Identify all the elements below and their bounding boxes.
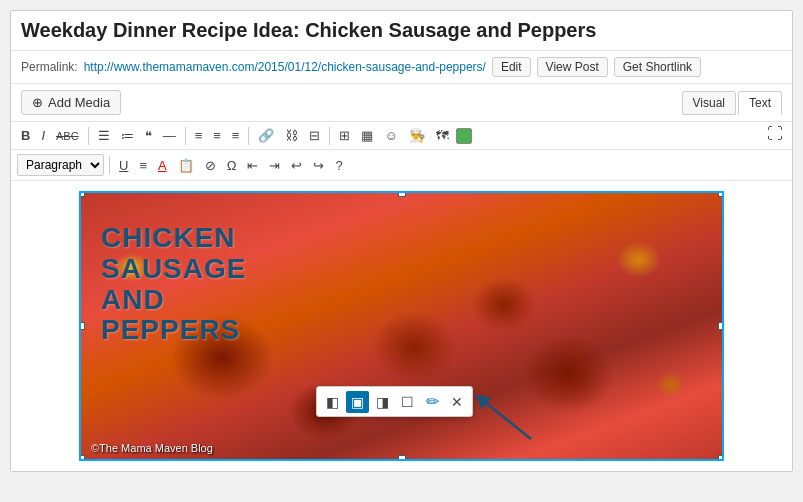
img-align-center-button[interactable]: ▣ — [346, 391, 369, 413]
indent-button[interactable]: ⇥ — [265, 156, 284, 175]
get-shortlink-button[interactable]: Get Shortlink — [614, 57, 701, 77]
tab-visual[interactable]: Visual — [682, 91, 736, 115]
outdent-button[interactable]: ⇤ — [243, 156, 262, 175]
bold-button[interactable]: B — [17, 126, 34, 145]
img-align-right-button[interactable]: ◨ — [371, 391, 394, 413]
resize-handle-bottomleft[interactable] — [79, 455, 85, 461]
unlink-button[interactable]: ⛓ — [281, 126, 302, 145]
format-select[interactable]: Paragraph — [17, 154, 104, 176]
link-button[interactable]: 🔗 — [254, 126, 278, 145]
align-center-button[interactable]: ≡ — [209, 126, 225, 145]
align-left-button[interactable]: ≡ — [191, 126, 207, 145]
resize-handle-topleft[interactable] — [79, 191, 85, 197]
table-button[interactable]: ⊞ — [335, 126, 354, 145]
img-align-left-button[interactable]: ◧ — [321, 391, 344, 413]
view-post-button[interactable]: View Post — [537, 57, 608, 77]
blockquote-button[interactable]: ❝ — [141, 126, 156, 145]
justify-button[interactable]: ≡ — [135, 156, 151, 175]
selected-image[interactable]: CHICKEN SAUSAGE AND PEPPERS ©The Mama Ma… — [79, 191, 724, 461]
add-media-icon: ⊕ — [32, 95, 43, 110]
toolbar-separator-5 — [109, 156, 110, 174]
image-text-overlay: CHICKEN SAUSAGE AND PEPPERS — [101, 223, 246, 346]
img-remove-button[interactable]: ✕ — [446, 391, 468, 413]
copyright-text: ©The Mama Maven Blog — [91, 442, 213, 454]
tab-text[interactable]: Text — [738, 91, 782, 115]
toolbar-separator-1 — [88, 127, 89, 145]
toolbar-row-2: Paragraph U ≡ A 📋 ⊘ Ω ⇤ ⇥ ↩ ↪ ? — [11, 150, 792, 181]
strikethrough-button[interactable]: ABC — [52, 128, 83, 144]
content-area[interactable]: CHICKEN SAUSAGE AND PEPPERS ©The Mama Ma… — [11, 181, 792, 471]
emoji-button[interactable]: ☺ — [380, 126, 401, 145]
ordered-list-button[interactable]: ≔ — [117, 126, 138, 145]
underline-button[interactable]: U — [115, 156, 132, 175]
editor-tabs: Visual Text — [682, 91, 782, 115]
paste-text-button[interactable]: 📋 — [174, 156, 198, 175]
special-char-button[interactable]: Ω — [223, 156, 241, 175]
insert-more-button[interactable]: ⊟ — [305, 126, 324, 145]
add-media-button[interactable]: ⊕ Add Media — [21, 90, 121, 115]
bullet-list-button[interactable]: ☰ — [94, 126, 114, 145]
permalink-bar: Permalink: http://www.themamamaven.com/2… — [11, 51, 792, 84]
edit-permalink-button[interactable]: Edit — [492, 57, 531, 77]
help-button[interactable]: ? — [331, 156, 346, 175]
img-no-align-button[interactable]: ☐ — [396, 391, 419, 413]
resize-handle-leftmid[interactable] — [79, 322, 85, 330]
color-swatch — [456, 128, 472, 144]
media-bar: ⊕ Add Media Visual Text — [11, 84, 792, 122]
img-edit-button[interactable]: ✏ — [421, 389, 444, 414]
map-button[interactable]: 🗺 — [432, 126, 453, 145]
chef-button[interactable]: 👨‍🍳 — [405, 126, 429, 145]
toolbar-row-1: B I ABC ☰ ≔ ❝ — ≡ ≡ ≡ 🔗 ⛓ ⊟ ⊞ ▦ ☺ 👨‍🍳 🗺 … — [11, 122, 792, 150]
image-toolbar-popup: ◧ ▣ ◨ ☐ ✏ ✕ — [316, 386, 473, 417]
resize-handle-rightmid[interactable] — [718, 322, 724, 330]
resize-handle-bottomright[interactable] — [718, 455, 724, 461]
permalink-url[interactable]: http://www.themamamaven.com/2015/01/12/c… — [84, 60, 486, 74]
resize-handle-topmid[interactable] — [398, 191, 406, 197]
toolbar-separator-3 — [248, 127, 249, 145]
hr-button[interactable]: — — [159, 126, 180, 145]
permalink-label: Permalink: — [21, 60, 78, 74]
italic-button[interactable]: I — [37, 126, 49, 145]
resize-handle-topright[interactable] — [718, 191, 724, 197]
redo-button[interactable]: ↪ — [309, 156, 328, 175]
toolbar-separator-4 — [329, 127, 330, 145]
toolbar-separator-2 — [185, 127, 186, 145]
undo-button[interactable]: ↩ — [287, 156, 306, 175]
wp-more-button[interactable]: ▦ — [357, 126, 377, 145]
post-title[interactable]: Weekday Dinner Recipe Idea: Chicken Saus… — [11, 11, 792, 51]
align-right-button[interactable]: ≡ — [228, 126, 244, 145]
clear-format-button[interactable]: ⊘ — [201, 156, 220, 175]
resize-handle-bottommid[interactable] — [398, 455, 406, 461]
text-color-button[interactable]: A — [154, 156, 171, 175]
fullscreen-button[interactable]: ⛶ — [764, 122, 786, 146]
editor-container: Weekday Dinner Recipe Idea: Chicken Saus… — [10, 10, 793, 472]
